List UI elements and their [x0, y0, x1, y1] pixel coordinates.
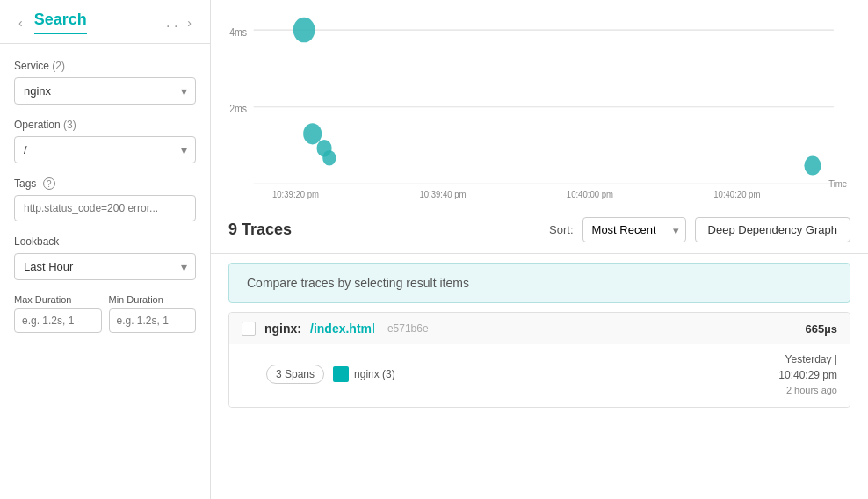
service-select-wrapper: nginx all [14, 77, 196, 105]
nav-forward-button[interactable]: › [183, 14, 196, 32]
trace-timestamp: Yesterday | 10:40:29 pm 2 hours ago [778, 351, 837, 398]
service-select[interactable]: nginx all [14, 77, 196, 105]
scatter-dot-1 [293, 18, 315, 42]
sidebar-header: ‹ Search . . › [0, 0, 210, 34]
lookback-section: Lookback Last Hour Last 2 Hours Last 24 … [0, 228, 210, 287]
duration-row: Max Duration Min Duration [0, 287, 210, 344]
min-duration-label: Min Duration [109, 294, 197, 305]
scatter-dot-5 [804, 156, 821, 176]
chart-area: 4ms 2ms Duration 10:39:20 pm 10:39:40 pm… [211, 0, 868, 206]
service-label: Service (2) [14, 60, 196, 72]
nav-back-button[interactable]: ‹ [14, 14, 27, 32]
compare-text: Compare traces by selecting result items [247, 276, 469, 290]
operation-section: Operation (3) / all [0, 112, 210, 170]
tags-help-icon[interactable]: ? [43, 177, 55, 190]
min-duration-field: Min Duration [109, 294, 197, 333]
main-content: 4ms 2ms Duration 10:39:20 pm 10:39:40 pm… [211, 0, 868, 499]
sidebar: ‹ Search . . › Service (2) nginx all [0, 0, 211, 499]
lookback-label: Lookback [14, 235, 196, 248]
timestamp-line2: 10:40:29 pm [778, 367, 837, 383]
trace-item-header: nginx: /index.html e571b6e 665µs [229, 313, 850, 344]
sort-select-wrapper: Most Recent Longest First Shortest First [582, 217, 686, 242]
trace-item: nginx: /index.html e571b6e 665µs 3 Spans… [228, 312, 850, 408]
sidebar-divider [0, 43, 210, 44]
service-tag-label: nginx (3) [354, 368, 395, 380]
x-label-1: 10:39:20 pm [272, 189, 319, 199]
scatter-chart: 4ms 2ms Duration 10:39:20 pm 10:39:40 pm… [228, 9, 850, 201]
trace-duration: 665µs [806, 322, 837, 336]
dep-graph-button[interactable]: Deep Dependency Graph [695, 217, 850, 242]
service-tags: nginx (3) [333, 366, 395, 382]
tags-input[interactable] [14, 195, 196, 221]
operation-label: Operation (3) [14, 119, 196, 131]
x-axis-label: Time [828, 178, 847, 189]
service-color-block [333, 366, 349, 382]
trace-operation[interactable]: /index.html [310, 322, 375, 336]
min-duration-input[interactable] [109, 308, 197, 333]
service-section: Service (2) nginx all [0, 53, 210, 112]
traces-count: 9 Traces [228, 221, 292, 239]
scatter-dot-4 [322, 150, 336, 166]
trace-id: e571b6e [387, 322, 429, 335]
x-label-3: 10:40:00 pm [567, 189, 613, 199]
trace-item-footer: 3 Spans nginx (3) Yesterday | 10:40:29 p… [229, 344, 850, 407]
y-label-4ms: 4ms [229, 26, 247, 38]
sort-label: Sort: [549, 223, 573, 236]
tags-section: Tags ? [0, 170, 210, 228]
spans-badge: 3 Spans [266, 365, 324, 384]
trace-service: nginx: [264, 322, 301, 336]
operation-count: (3) [63, 119, 76, 131]
lookback-select-wrapper: Last Hour Last 2 Hours Last 24 Hours [14, 253, 196, 280]
sidebar-title: Search [34, 11, 87, 34]
operation-select-wrapper: / all [14, 136, 196, 163]
compare-banner: Compare traces by selecting result items [228, 263, 850, 303]
traces-bar: 9 Traces Sort: Most Recent Longest First… [211, 206, 868, 254]
scatter-dot-2 [303, 123, 322, 144]
timestamp-line1: Yesterday | [778, 351, 837, 367]
tags-label: Tags ? [14, 177, 196, 190]
trace-list: nginx: /index.html e571b6e 665µs 3 Spans… [211, 312, 868, 499]
sidebar-nav: ‹ Search [14, 11, 87, 34]
trace-checkbox[interactable] [242, 322, 256, 336]
max-duration-input[interactable] [14, 308, 102, 333]
y-axis-label: Duration [849, 76, 850, 115]
sidebar-menu-dots[interactable]: . . [166, 15, 177, 31]
max-duration-label: Max Duration [14, 294, 102, 305]
x-label-4: 10:40:20 pm [713, 189, 760, 199]
max-duration-field: Max Duration [14, 294, 102, 333]
tags-input-wrapper [14, 195, 196, 221]
lookback-select[interactable]: Last Hour Last 2 Hours Last 24 Hours [14, 253, 196, 280]
timestamp-relative: 2 hours ago [778, 383, 837, 398]
service-count: (2) [52, 60, 65, 72]
y-label-2ms: 2ms [229, 104, 247, 115]
operation-select[interactable]: / all [14, 136, 196, 163]
traces-controls: Sort: Most Recent Longest First Shortest… [549, 217, 850, 242]
x-label-2: 10:39:40 pm [419, 189, 466, 199]
sort-select[interactable]: Most Recent Longest First Shortest First [582, 217, 686, 242]
